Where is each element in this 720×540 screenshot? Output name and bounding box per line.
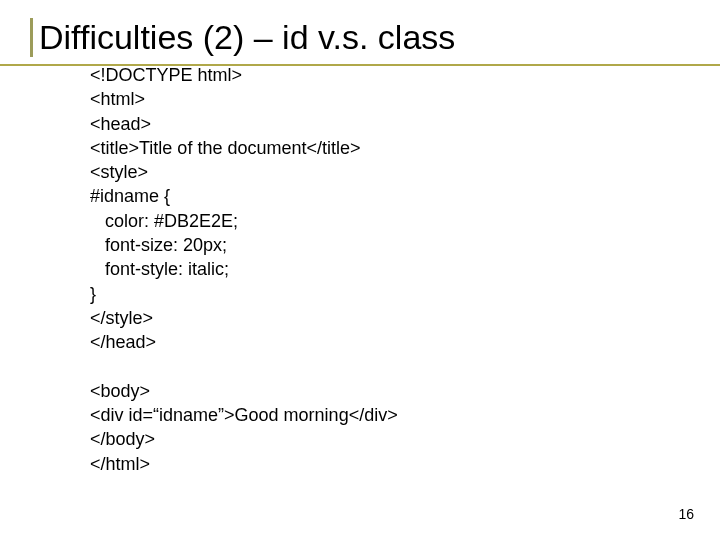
title-underline <box>0 64 720 66</box>
code-block: <!DOCTYPE html> <html> <head> <title>Tit… <box>90 63 690 476</box>
slide-title: Difficulties (2) – id v.s. class <box>39 18 690 57</box>
page-number: 16 <box>678 506 694 522</box>
slide: Difficulties (2) – id v.s. class <!DOCTY… <box>0 0 720 540</box>
title-container: Difficulties (2) – id v.s. class <box>30 18 690 57</box>
